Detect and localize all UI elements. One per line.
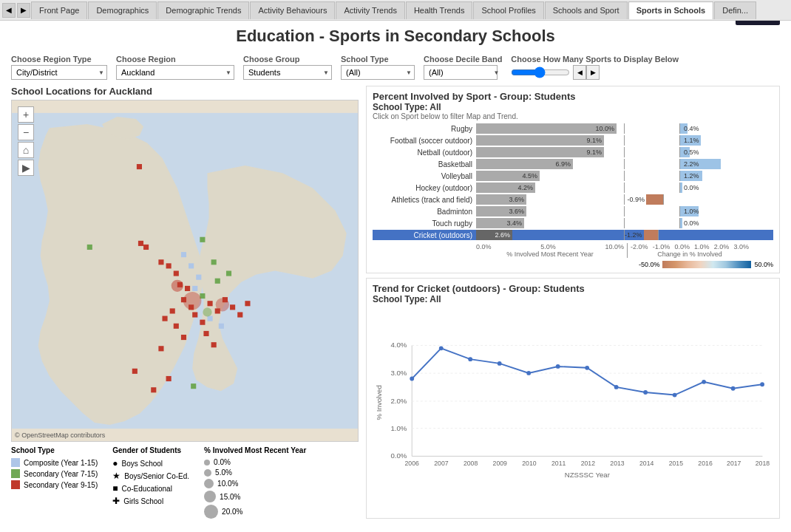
bar-row-2[interactable]: Netball (outdoor) 9.1% 0.5%: [373, 147, 773, 157]
color-legend-left: -50.0%: [639, 261, 660, 268]
tab-demographic-trends[interactable]: Demographic Trends: [157, 1, 249, 19]
tab-demographics[interactable]: Demographics: [88, 1, 157, 19]
tab-defin...[interactable]: Defin...: [714, 1, 756, 19]
controls-row: Choose Region Type City/District Choose …: [11, 55, 780, 80]
involved-0-icon: [204, 460, 210, 466]
bar-row-6[interactable]: Athletics (track and field) 3.6% -0.9%: [373, 194, 773, 205]
trend-chart-svg: 4.0% 3.0% 2.0% 1.0% 0.0% % Involved: [373, 307, 773, 512]
svg-rect-38: [192, 286, 197, 291]
how-many-slider[interactable]: [511, 66, 570, 78]
two-col-layout: School Locations for Auckland + − ⌂ ▶: [11, 86, 780, 519]
bar-right-area-9: -1.2%: [625, 230, 736, 240]
group-group: Choose Group Students: [243, 55, 332, 80]
map-home-btn[interactable]: ⌂: [18, 142, 34, 158]
header-row: Education - Sports in Secondary Schools …: [11, 27, 780, 50]
svg-point-72: [410, 377, 414, 381]
svg-point-84: [760, 382, 764, 386]
tab-sports-in-schools[interactable]: Sports in Schools: [628, 1, 714, 19]
involved-20-label: 20.0%: [222, 508, 242, 516]
svg-text:2017: 2017: [727, 460, 741, 467]
map-pan-right-btn[interactable]: ▶: [18, 160, 34, 176]
svg-rect-27: [245, 301, 250, 306]
bar-left-3: 6.9%: [476, 159, 624, 169]
svg-point-78: [585, 366, 589, 370]
tab-prev-btn[interactable]: ◀: [2, 3, 16, 18]
svg-rect-10: [162, 316, 167, 321]
involved-5-label: 5.0%: [215, 468, 232, 477]
right-panel: Percent Involved by Sport - Group: Stude…: [366, 86, 780, 519]
tab-health-trends[interactable]: Health Trends: [406, 1, 472, 19]
involved-0: 0.0%: [204, 458, 306, 466]
axis-r-label-3: 0.0%: [674, 243, 690, 250]
bar-left-1: 9.1%: [476, 135, 624, 146]
tab-next-btn[interactable]: ▶: [17, 3, 30, 18]
bar-right-area-6: -0.9%: [625, 194, 736, 205]
bar-row-8[interactable]: Touch rugby 3.4% 0.0%: [373, 218, 773, 228]
bar-right-area-3: 2.2%: [625, 159, 736, 169]
bar-fill-left-8: 3.4%: [476, 218, 524, 228]
bar-row-3[interactable]: Basketball 6.9% 2.2%: [373, 159, 773, 169]
involved-legend: % Involved Most Recent Year 0.0% 5.0% 10…: [204, 446, 306, 519]
svg-rect-20: [237, 312, 242, 317]
svg-point-73: [439, 346, 444, 350]
trend-subtitle: School Type: All: [373, 294, 773, 304]
bar-chart-subtitle: School Type: All: [373, 102, 773, 112]
bar-label-6: Athletics (track and field): [373, 196, 476, 204]
axis-separator: [627, 243, 628, 258]
bar-label-8: Touch rugby: [373, 219, 476, 228]
left-panel: School Locations for Auckland + − ⌂ ▶: [11, 86, 359, 519]
bar-right-area-7: 1.0%: [625, 206, 736, 216]
bar-fill-left-4: 4.5%: [476, 171, 540, 181]
map-title: School Locations for Auckland: [11, 86, 359, 97]
bar-row-0[interactable]: Rugby 10.0% 0.4%: [373, 123, 773, 134]
svg-rect-3: [166, 263, 172, 268]
svg-text:2011: 2011: [551, 460, 566, 467]
tab-schools-and-sport[interactable]: Schools and Sport: [545, 1, 628, 19]
bar-row-9[interactable]: Cricket (outdoors) 2.6% -1.2%: [373, 230, 773, 240]
boys-coed-label: Boys/Senior Co-Ed.: [124, 472, 189, 480]
map-zoom-out-btn[interactable]: −: [18, 124, 34, 140]
bar-row-7[interactable]: Badminton 3.6% 1.0%: [373, 206, 773, 216]
svg-rect-29: [211, 259, 217, 265]
bar-label-5: Hockey (outdoor): [373, 184, 476, 192]
bar-chart-container: Rugby 10.0% 0.4% Football (soccer outdoo…: [373, 123, 773, 242]
svg-rect-1: [138, 241, 143, 246]
tab-front-page[interactable]: Front Page: [31, 1, 87, 19]
svg-text:2015: 2015: [669, 460, 684, 467]
legend-secondary-9: Secondary (Year 9-15): [11, 480, 98, 489]
svg-text:2008: 2008: [464, 460, 478, 467]
legend-secondary-7: Secondary (Year 7-15): [11, 469, 98, 478]
svg-text:% Involved: % Involved: [375, 385, 383, 420]
how-many-prev-btn[interactable]: ◀: [573, 65, 586, 80]
svg-text:2012: 2012: [581, 460, 596, 467]
bar-fill-left-7: 3.6%: [476, 206, 526, 216]
secondary-9-label: Secondary (Year 9-15): [24, 481, 98, 489]
involved-5-icon: [204, 469, 211, 477]
tab-school-profiles[interactable]: School Profiles: [473, 1, 543, 19]
color-gradient: [662, 261, 751, 268]
map-zoom-in-btn[interactable]: +: [18, 106, 34, 123]
axis-left-container: 0.0% 5.0% 10.0% % Involved Most Recent Y…: [476, 243, 624, 258]
bar-row-5[interactable]: Hockey (outdoor) 4.2% 0.0%: [373, 183, 773, 193]
involved-15-icon: [204, 491, 216, 502]
map-svg: [12, 100, 358, 441]
tab-activity-trends[interactable]: Activity Trends: [336, 1, 405, 19]
bar-row-4[interactable]: Volleyball 4.5% 1.2%: [373, 171, 773, 181]
decile-band-select[interactable]: (All): [424, 65, 498, 80]
svg-rect-14: [192, 312, 197, 317]
bar-left-7: 3.6%: [476, 206, 624, 216]
school-type-legend: School Type Composite (Year 1-15) Second…: [11, 446, 98, 519]
svg-rect-16: [208, 301, 213, 306]
school-type-select[interactable]: (All): [341, 65, 415, 80]
region-select[interactable]: Auckland: [116, 65, 234, 80]
region-label: Choose Region: [116, 55, 234, 64]
composite-label: Composite (Year 1-15): [24, 459, 98, 467]
school-type-label: School Type: [341, 55, 415, 64]
svg-point-74: [468, 357, 472, 361]
svg-text:2014: 2014: [639, 460, 654, 467]
region-type-select[interactable]: City/District: [11, 65, 107, 80]
group-select[interactable]: Students: [243, 65, 332, 80]
tab-activity-behaviours[interactable]: Activity Behaviours: [250, 1, 335, 19]
bar-row-1[interactable]: Football (soccer outdoor) 9.1% 1.1%: [373, 135, 773, 146]
how-many-next-btn[interactable]: ▶: [586, 65, 600, 80]
